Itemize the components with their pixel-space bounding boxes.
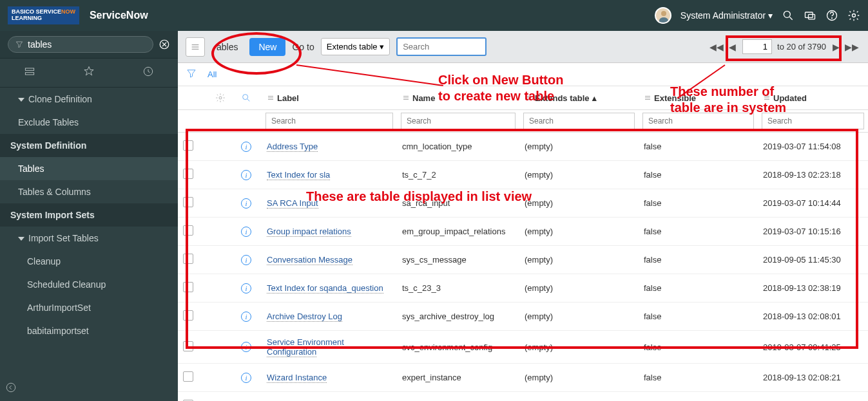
row-name: ts_c_7_2 [397,163,519,186]
nav-tab-favorites[interactable] [73,65,104,80]
column-search-extends[interactable] [523,113,635,129]
column-search-extensible[interactable] [642,113,754,129]
column-header-updated[interactable]: Updated [758,86,868,109]
svg-point-6 [853,14,856,17]
nav-tab-history[interactable] [133,65,164,80]
nav-item[interactable]: Exclude Tables [0,111,178,134]
row-checkbox[interactable] [183,282,193,292]
table-list: Label Name Extends table ▴ Extensible Up… [178,86,868,401]
info-icon[interactable]: i [241,312,251,322]
user-menu[interactable]: System Administrator ▾ [680,10,773,21]
column-search-label[interactable] [265,113,393,129]
row-checkbox[interactable] [183,310,193,321]
table-row: iExclusion Policysys_sync_exclude(empty)… [178,392,868,401]
nav-item[interactable]: Tables & Columns [0,180,178,203]
help-icon[interactable] [825,9,838,22]
row-extends: (empty) [519,366,639,389]
collapse-nav-icon[interactable] [5,382,17,396]
list-search-input[interactable] [396,37,487,56]
row-name: sys_archive_destroy_log [397,305,519,328]
row-label-link[interactable]: Text Index for sqanda_question [267,283,383,294]
next-page-icon[interactable]: ▶ [831,41,841,53]
row-updated: 2018-09-13 02:23:18 [758,163,868,186]
row-label-link[interactable]: Service Environment Configuration [267,337,344,357]
column-search-toggle[interactable] [236,86,262,109]
page-info: to 20 of 3790 [777,42,826,51]
row-checkbox[interactable] [183,169,193,179]
table-row: iArchive Destroy Logsys_archive_destroy_… [178,303,868,331]
column-header-label[interactable]: Label [262,86,397,109]
clear-filter-icon[interactable] [159,39,170,50]
column-header-extends[interactable]: Extends table ▴ [519,86,639,109]
last-page-icon[interactable]: ▶▶ [844,41,860,53]
row-label-link[interactable]: Group impact relations [267,227,351,237]
nav-item[interactable]: System Definition [0,134,178,157]
row-checkbox[interactable] [183,140,193,151]
goto-field-select[interactable]: Extends table ▾ [321,38,390,55]
row-extends: (empty) [519,163,639,186]
nav-item[interactable]: System Import Sets [0,203,178,227]
info-icon[interactable]: i [241,342,251,352]
avatar[interactable] [655,7,671,24]
nav-item[interactable]: babitaimportset [0,319,178,342]
row-label-link[interactable]: Wizard Instance [267,373,327,383]
goto-label: Go to [292,42,314,52]
info-icon[interactable]: i [241,227,251,237]
row-label-link[interactable]: Text Index for sla [267,170,330,180]
table-row: iText Index for slats_c_7_2(empty)false2… [178,161,868,189]
svg-rect-11 [25,73,34,75]
row-label-link[interactable]: Address Type [267,142,318,152]
info-icon[interactable]: i [241,142,251,152]
search-icon[interactable] [782,9,795,22]
row-name: em_group_impact_relations [397,220,519,243]
personalize-list-icon[interactable] [210,86,236,109]
chat-icon[interactable] [804,9,816,22]
row-extensible: false [639,135,758,158]
info-icon[interactable]: i [241,170,251,180]
info-icon[interactable]: i [241,255,251,265]
filter-icon[interactable] [186,68,197,82]
row-extensible: false [639,366,758,389]
row-name: sys_cs_message [397,248,519,271]
nav-item[interactable]: Scheduled Cleanup [0,273,178,296]
row-label-link[interactable]: Archive Destroy Log [267,312,342,322]
new-button[interactable]: New [249,38,285,56]
column-header-name[interactable]: Name [397,86,519,109]
first-page-icon[interactable]: ◀◀ [708,41,725,53]
filter-navigator[interactable] [8,36,153,53]
info-icon[interactable]: i [241,373,251,383]
column-header-extensible[interactable]: Extensible [639,86,758,109]
row-checkbox[interactable] [183,197,193,207]
nav-tab-all[interactable] [14,65,45,80]
nav-item[interactable]: Import Set Tables [0,227,178,250]
row-checkbox[interactable] [183,225,193,236]
nav-item[interactable]: Cleanup [0,250,178,273]
row-extensible: false [639,305,758,328]
table-row: iAddress Typecmn_location_type(empty)fal… [178,133,868,161]
table-row: iText Index for sqanda_questionts_c_23_3… [178,274,868,303]
list-menu-button[interactable] [186,37,205,57]
row-updated: 2018-09-13 02:08:21 [758,366,868,389]
nav-item[interactable]: Tables [0,157,178,180]
row-label-link[interactable]: SA RCA Input [267,198,318,209]
row-label-link[interactable]: Conversation Message [267,255,352,265]
gear-icon[interactable] [847,9,860,22]
breadcrumb-all[interactable]: All [207,70,217,79]
nav-item[interactable]: Clone Definition [0,88,178,111]
info-icon[interactable]: i [241,198,251,209]
row-checkbox[interactable] [183,371,193,382]
row-checkbox[interactable] [183,254,193,264]
row-name: cmn_location_type [397,135,519,158]
nav-item[interactable]: ArthurImportSet [0,296,178,319]
row-checkbox[interactable] [183,341,193,351]
info-icon[interactable]: i [241,283,251,294]
row-updated: 2019-03-07 10:15:16 [758,220,868,243]
column-search-name[interactable] [401,113,516,129]
row-extensible: false [639,220,758,243]
svg-point-17 [219,97,222,99]
filter-input[interactable] [28,39,146,50]
row-extensible: false [639,248,758,271]
prev-page-icon[interactable]: ◀ [728,41,737,53]
column-search-updated[interactable] [762,113,864,129]
page-number-input[interactable] [742,39,772,54]
